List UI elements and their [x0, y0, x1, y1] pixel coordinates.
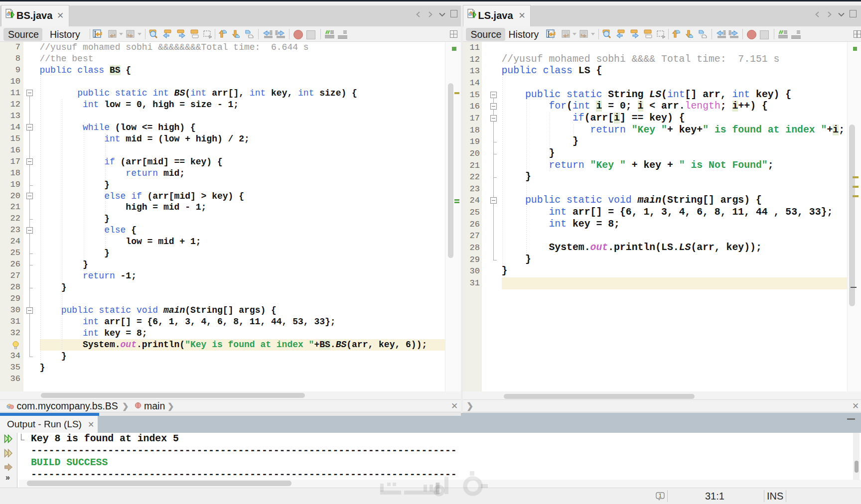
svg-text:1: 1	[659, 493, 662, 499]
